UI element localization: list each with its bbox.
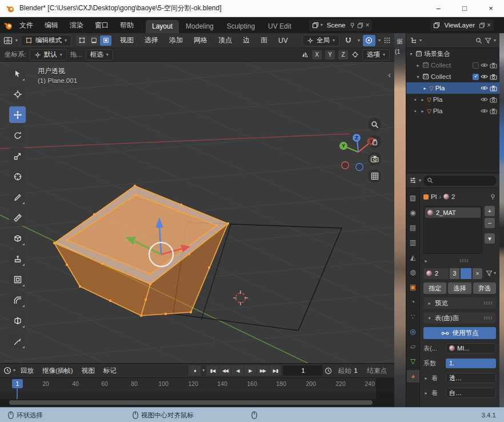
auto-key-button[interactable]: ● [189, 365, 201, 376]
disclosure-icon[interactable]: ▾ [409, 51, 414, 57]
tab-object-icon[interactable]: ▣ [407, 281, 419, 293]
close-button[interactable]: × [478, 0, 504, 17]
tab-sculpting[interactable]: Sculpting [221, 20, 261, 33]
menu-file[interactable]: 文件 [14, 19, 38, 32]
surface-shader-dropdown[interactable]: MI... [446, 343, 496, 353]
timeline-scrollbar[interactable] [0, 399, 394, 407]
viewlayer-name[interactable]: ViewLayer [442, 22, 477, 29]
hide-eye-icon[interactable] [481, 62, 488, 68]
disclosure-icon[interactable]: ▸ [415, 63, 421, 68]
tab-tool-icon[interactable]: ▨ [407, 192, 419, 204]
hide-eye-icon[interactable] [481, 85, 488, 91]
add-slot-button[interactable]: + [485, 206, 495, 216]
chevron-down-icon[interactable]: ▾ [15, 38, 18, 43]
tool-inset-faces[interactable] [9, 271, 26, 288]
fake-user-toggle[interactable] [461, 268, 471, 279]
tab-material-icon[interactable]: ◕ [407, 370, 419, 383]
breadcrumb-material[interactable]: 2 [451, 193, 455, 200]
proportional-edit-toggle[interactable] [363, 35, 375, 46]
disclosure-icon[interactable]: ▸ [423, 376, 429, 381]
chevron-down-icon[interactable]: ▾ [321, 23, 323, 27]
snap-target-icon[interactable] [351, 51, 359, 58]
tab-constraints-icon[interactable]: ▱ [407, 340, 419, 353]
outliner-row-object[interactable]: • ▸ ▽ Pla [406, 94, 499, 105]
header-overflow-icon[interactable] [383, 37, 391, 44]
menu-edit[interactable]: 编辑 [39, 19, 63, 32]
tab-output-icon[interactable]: ▤ [407, 221, 419, 234]
mirror-z-button[interactable]: Z [338, 50, 348, 59]
tab-physics-icon[interactable]: ◎ [407, 325, 419, 338]
pan-hand-icon[interactable] [368, 135, 381, 148]
deselect-button[interactable]: 弃选 [473, 282, 496, 294]
editor-type-timeline-icon[interactable] [3, 367, 11, 375]
viewlayer-icon[interactable] [433, 22, 440, 29]
preview-section-header[interactable]: ▸ 预览 [423, 297, 496, 309]
tab-uv-edit[interactable]: UV Edit [262, 20, 298, 33]
mirror-y-button[interactable]: Y [325, 50, 335, 59]
pin-icon[interactable] [490, 194, 496, 200]
menu-render[interactable]: 渲染 [65, 19, 89, 32]
menu-uv[interactable]: UV [274, 35, 292, 46]
transform-orientation-dropdown[interactable]: 全局 ▾ [302, 35, 339, 46]
options-dropdown[interactable]: 选项 ▾ [362, 49, 390, 61]
scrollbar-thumb[interactable] [9, 400, 373, 405]
shader-b-dropdown[interactable]: 自… [446, 388, 496, 398]
assign-button[interactable]: 指定 [423, 282, 446, 294]
jump-to-end-button[interactable]: ▶▮ [269, 365, 281, 376]
menu-edge[interactable]: 边 [239, 34, 254, 46]
exclude-checkbox[interactable] [473, 62, 479, 69]
tab-world-icon[interactable]: ◍ [407, 266, 419, 278]
tool-bevel[interactable] [9, 292, 26, 308]
chevron-down-icon[interactable]: ▾ [378, 38, 381, 43]
ortho-grid-icon[interactable] [368, 169, 381, 182]
outliner-row-scene-collection[interactable]: ▾ 场景集合 [406, 48, 499, 59]
coord-system-dropdown[interactable]: 默认 ▾ [30, 49, 67, 61]
render-camera-icon[interactable] [490, 74, 497, 80]
new-scene-icon[interactable] [357, 22, 363, 29]
pin-icon[interactable] [349, 22, 355, 29]
face-select-button[interactable] [100, 35, 111, 46]
minimize-button[interactable]: – [425, 0, 451, 17]
chevron-down-icon[interactable]: ▾ [358, 38, 360, 43]
mode-dropdown[interactable]: 编辑模式 ▾ [21, 35, 71, 46]
snap-toggle-button[interactable] [342, 35, 355, 46]
3d-viewport[interactable]: Y Z X 用户透视 (1) Plane.001 [0, 62, 394, 363]
menu-window[interactable]: 窗口 [90, 19, 114, 32]
current-frame-field[interactable]: 1 [283, 365, 323, 376]
menu-vertex[interactable]: 顶点 [214, 34, 236, 46]
material-slot-list[interactable]: 2_MAT [423, 206, 482, 254]
tool-loop-cut[interactable] [9, 312, 26, 329]
disclosure-icon[interactable]: ▸ [422, 86, 427, 91]
disclosure-icon[interactable]: ▸ [423, 391, 429, 396]
tool-select-box[interactable] [9, 65, 26, 82]
hide-eye-icon[interactable] [481, 108, 488, 114]
mirror-x-button[interactable]: X [312, 50, 322, 59]
menu-marker[interactable]: 标记 [100, 365, 120, 376]
chevron-down-icon[interactable]: ▾ [494, 271, 496, 276]
use-nodes-button[interactable]: 使用节点 [423, 327, 496, 339]
properties-search-input[interactable] [423, 176, 497, 186]
menu-playback[interactable]: 回放 [17, 365, 37, 376]
render-camera-icon[interactable] [490, 108, 497, 114]
menu-help[interactable]: 帮助 [115, 19, 139, 32]
slot-specials-button[interactable]: ▾ [485, 233, 495, 244]
next-keyframe-button[interactable]: ▶▶ [257, 365, 269, 376]
jump-to-start-button[interactable]: ▮◀ [206, 365, 218, 376]
select-button[interactable]: 选择 [448, 282, 471, 294]
tab-render-icon[interactable]: ◉ [407, 206, 419, 219]
blender-app-icon[interactable] [3, 21, 13, 30]
viewport-canvas[interactable]: Y Z X [0, 62, 394, 363]
chevron-down-icon[interactable]: ▾ [202, 368, 205, 373]
zoom-icon[interactable] [368, 118, 381, 131]
editor-type-viewport-icon[interactable] [3, 36, 13, 45]
render-camera-icon[interactable] [490, 62, 497, 69]
play-reverse-button[interactable]: ◀ [231, 365, 243, 376]
use-preview-range-icon[interactable] [325, 367, 332, 375]
hide-eye-icon[interactable] [481, 97, 488, 102]
surface-section-header[interactable]: ▾ 表(曲)面 [423, 312, 496, 324]
frame-end-field[interactable]: 结束点 [363, 365, 391, 376]
browse-scene-icon[interactable] [312, 22, 319, 29]
tool-add-cube[interactable] [9, 230, 26, 246]
camera-view-icon[interactable] [368, 152, 381, 165]
resize-grip-icon[interactable] [459, 258, 469, 263]
